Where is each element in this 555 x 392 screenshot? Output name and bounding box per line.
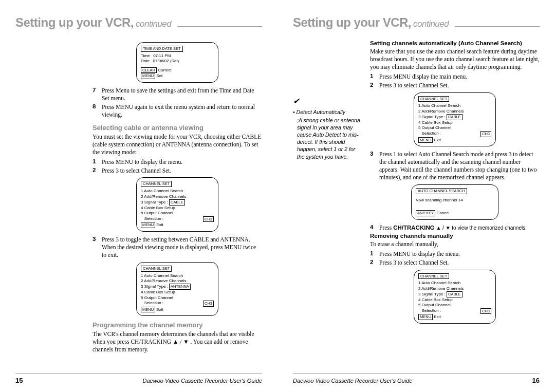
page-left: Setting up your VCR, continued TIME AND …	[0, 0, 278, 392]
step-1: 1Press MENU to display the menu.	[370, 250, 540, 258]
osd-line: Time 07:11 PM	[141, 53, 214, 59]
page-number: 15	[15, 377, 23, 384]
footer-left: 15 Daewoo Video Cassette Recorder User's…	[15, 373, 262, 384]
osd-channel-set: CHANNEL SET 1 Auto Channel Search 2 Add/…	[414, 92, 496, 147]
title-main: Setting up your VCR,	[15, 15, 134, 30]
footer-title: Daewoo Video Cassette Recorder User's Gu…	[293, 378, 532, 384]
sidebar-note-head: • Detect Automatically	[293, 108, 364, 116]
footer-right: Daewoo Video Cassette Recorder User's Gu…	[293, 373, 540, 384]
osd-time-date: TIME AND DATE SET Time 07:11 PM Date 07/…	[136, 42, 218, 83]
osd-title: CHANNEL SET	[141, 181, 172, 187]
sidebar-left	[15, 39, 92, 369]
content-right: ✔ • Detect Automatically ;A strong cable…	[293, 39, 540, 369]
osd-text: Correct	[157, 68, 171, 72]
heading-auto-search: Setting channels automatically (Auto Cha…	[370, 40, 540, 46]
page-title: Setting up your VCR, continued	[293, 15, 540, 30]
heading-programming: Programming the channel memory	[92, 321, 262, 329]
step-2: 2Press 3 to select Channel Set.	[92, 167, 262, 175]
page-number: 16	[532, 377, 540, 384]
step-1: 1Press MENU to display the menu.	[92, 158, 262, 166]
footer-title: Daewoo Video Cassette Recorder User's Gu…	[23, 378, 262, 384]
step-1: 1Press MENU display the main menu.	[370, 73, 540, 81]
osd-channel-set-cable: CHANNEL SET 1 Auto Channel Search 2 Add/…	[136, 177, 218, 232]
sidebar-note-body: ;A strong cable or antenna signal in you…	[293, 117, 364, 160]
osd-line: Date 07/06/02 (Sat)	[141, 59, 214, 64]
page-right: Setting up your VCR, continued ✔ • Detec…	[278, 0, 555, 392]
sidebar-right: ✔ • Detect Automatically ;A strong cable…	[293, 39, 370, 369]
osd-auto-scan: AUTO CHANNEL SEARCH Now scanning channel…	[411, 184, 498, 220]
osd-channel-set-2: CHANNEL SET 1 Auto Channel Search 2 Add/…	[414, 270, 496, 324]
page-title: Setting up your VCR, continued	[15, 15, 262, 30]
para-removing: To erase a channel manually,	[370, 240, 540, 248]
step-3: 3Press 1 to select Auto Channel Search m…	[370, 151, 540, 181]
main-col-left: TIME AND DATE SET Time 07:11 PM Date 07/…	[92, 39, 262, 369]
step-7: 7Press Menu to save the settings and exi…	[92, 87, 262, 102]
step-2: 2Press 3 to select Channel Set.	[370, 82, 540, 89]
step-2: 2Press 3 to select Channel Set.	[370, 259, 540, 267]
title-continued: continued	[136, 19, 171, 29]
osd-title: TIME AND DATE SET	[141, 46, 183, 52]
osd-text: Set	[155, 73, 162, 78]
para-selecting: You must set the viewing mode for your V…	[92, 133, 262, 156]
main-col-right: Setting channels automatically (Auto Cha…	[370, 39, 540, 369]
step-3: 3Press 3 to toggle the setting between C…	[92, 236, 262, 259]
osd-channel-set-antenna: CHANNEL SET 1 Auto Channel Search 2 Add/…	[136, 262, 218, 316]
heading-selecting: Selecting cable or antenna viewing	[92, 124, 262, 132]
heading-removing: Removing channels manually	[370, 233, 540, 239]
osd-key: MENU	[141, 73, 155, 79]
para-programming: The VCR's channel memory determines the …	[92, 330, 262, 353]
step-8: 8Press MENU again to exit the menu syste…	[92, 103, 262, 119]
check-icon: ✔	[293, 96, 364, 107]
step-4: 4 Press CH/TRACKING ▲ / ▼ to view the me…	[370, 224, 540, 232]
para-auto: Make sure that you use the auto channel …	[370, 48, 540, 71]
content-left: TIME AND DATE SET Time 07:11 PM Date 07/…	[15, 39, 262, 369]
osd-key: CLEAR	[141, 67, 157, 73]
title-rule	[177, 26, 262, 27]
